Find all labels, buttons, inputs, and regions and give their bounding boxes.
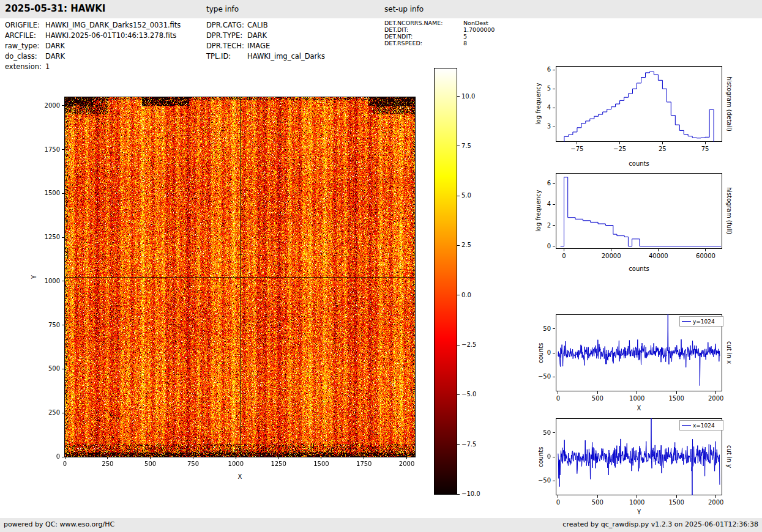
footer-right-text: created by qc_rawdisp.py v1.2.3 on 2025-…	[562, 520, 758, 528]
y-tick-mark	[62, 237, 64, 238]
y-tick-label: 1750	[32, 146, 60, 153]
colorbar-tick-label: −5.0	[461, 391, 476, 397]
x-tick-label: 75	[687, 146, 723, 152]
colorbar-tick-label: −2.5	[461, 341, 476, 348]
legend-line-sample	[682, 321, 691, 322]
cut-y-legend: x=1024	[679, 420, 723, 430]
colorbar-tick-mark	[457, 146, 460, 146]
y-tick-label: 1500	[32, 190, 60, 196]
arcfile-value: HAWKI.2025-06-01T10:46:13.278.fits	[45, 31, 176, 40]
y-tick-label: −50	[523, 373, 551, 380]
x-tick-mark	[150, 457, 151, 459]
y-tick-label: 4	[523, 201, 551, 207]
tpl-id-label: TPL.ID:	[206, 52, 247, 61]
y-tick-label: 2	[523, 222, 551, 229]
colorbar-canvas	[435, 68, 457, 494]
x-tick-mark	[611, 249, 611, 251]
y-tick-label: 6	[523, 66, 551, 73]
y-tick-label: 6	[523, 180, 551, 187]
y-tick-mark	[553, 204, 555, 205]
x-tick-mark	[193, 457, 193, 459]
x-tick-mark	[564, 249, 564, 251]
det-ncorrs-value: NonDest	[463, 20, 488, 26]
type-info-row: TPL.ID:HAWKI_img_cal_Darks	[206, 52, 325, 61]
x-tick-label: 0	[47, 460, 83, 467]
y-tick-mark	[553, 127, 555, 127]
y-tick-mark	[62, 369, 64, 369]
setup-info-row: DET.RSPEED:8	[384, 40, 467, 46]
det-rspeed-label: DET.RSPEED:	[384, 40, 463, 46]
x-tick-label: 1500	[303, 460, 340, 467]
det-ncorrs-label: DET.NCORRS.NAME:	[384, 20, 463, 26]
dpr-type-value: DARK	[247, 31, 267, 40]
y-tick-mark	[553, 89, 555, 89]
colorbar-tick-label: 2.5	[461, 242, 471, 248]
y-tick-mark	[553, 353, 555, 353]
x-tick-mark	[715, 391, 716, 394]
y-tick-label: 750	[32, 322, 60, 328]
colorbar-tick-label: −7.5	[461, 441, 476, 448]
hist-detail-right-label: histogram (detail)	[726, 66, 733, 142]
x-tick-label: 1750	[346, 460, 383, 467]
x-tick-label: −75	[559, 146, 596, 152]
x-tick-label: 1500	[658, 499, 695, 506]
y-tick-mark	[553, 246, 555, 246]
main-image-xlabel: X	[65, 473, 415, 480]
y-tick-mark	[62, 149, 64, 150]
x-tick-mark	[676, 391, 677, 394]
type-info-row: DPR.CATG:CALIB	[206, 21, 268, 29]
y-tick-mark	[553, 457, 555, 457]
dpr-catg-label: DPR.CATG:	[206, 21, 247, 29]
y-tick-label: 0	[523, 349, 551, 356]
histogram-detail-plot	[556, 66, 722, 142]
file-info-row: do_class:DARK	[5, 52, 65, 61]
det-dit-value: 1.7000000	[463, 26, 495, 33]
extension-label: extension:	[5, 62, 45, 71]
cut-x-right-label: cut in x	[726, 314, 733, 391]
x-tick-mark	[558, 495, 558, 498]
det-ndit-label: DET.NDIT:	[384, 33, 463, 40]
x-tick-mark	[597, 391, 598, 394]
x-tick-label: 1000	[217, 460, 254, 467]
setup-info-row: DET.DIT:1.7000000	[384, 26, 495, 33]
rawtype-value: DARK	[45, 42, 65, 50]
y-tick-mark	[553, 328, 555, 329]
page-title: 2025-05-31: HAWKI	[5, 3, 105, 14]
main-image-canvas	[65, 97, 415, 457]
y-tick-mark	[553, 108, 555, 108]
colorbar-tick-mark	[457, 196, 460, 196]
origfile-label: ORIGFILE:	[5, 21, 45, 29]
type-info-heading: type info	[206, 5, 239, 13]
footer-left-text: powered by QC: www.eso.org/HC	[4, 520, 114, 528]
x-tick-label: 1000	[619, 499, 656, 506]
x-tick-label: 0	[540, 395, 577, 402]
histogram-full-plot	[556, 173, 722, 249]
colorbar-tick-mark	[457, 245, 460, 246]
x-tick-label: 0	[546, 253, 583, 259]
cut-y-xlabel: Y	[556, 509, 722, 515]
x-tick-label: 1250	[260, 460, 297, 467]
y-tick-label: 3	[523, 123, 551, 130]
x-tick-label: 1000	[619, 395, 656, 402]
y-tick-label: 500	[32, 365, 60, 372]
y-tick-label: 0	[523, 453, 551, 460]
x-tick-label: 500	[579, 395, 616, 402]
colorbar-tick-mark	[457, 444, 460, 445]
main-image-frame	[64, 97, 416, 457]
det-dit-label: DET.DIT:	[384, 26, 463, 33]
colorbar-tick-label: 10.0	[461, 93, 475, 100]
colorbar-tick-label: 5.0	[461, 192, 471, 199]
colorbar-tick-label: −10.0	[461, 490, 480, 497]
hist-full-right-label: histogram (full)	[726, 173, 733, 249]
y-tick-mark	[553, 432, 555, 433]
x-tick-label: 2000	[698, 499, 734, 506]
x-tick-label: 250	[89, 460, 126, 467]
y-tick-mark	[62, 325, 64, 325]
file-info-row: raw_type:DARK	[5, 42, 65, 50]
colorbar-frame	[434, 68, 457, 495]
type-info-row: DPR.TECH:IMAGE	[206, 42, 270, 50]
x-tick-mark	[577, 142, 577, 144]
y-tick-mark	[62, 413, 64, 413]
x-tick-mark	[321, 457, 321, 459]
y-tick-label: 50	[523, 325, 551, 332]
